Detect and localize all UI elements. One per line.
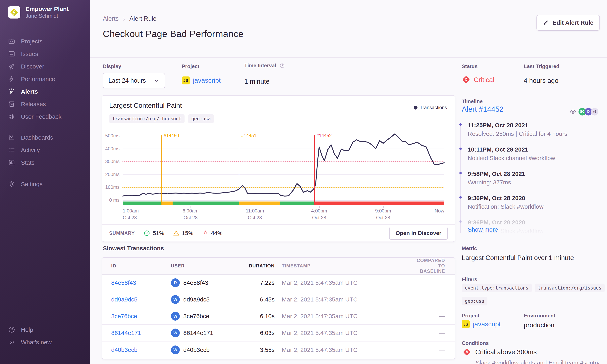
event-time: 9:36PM, Oct 28 2020 bbox=[468, 194, 601, 202]
question-circle-icon bbox=[8, 326, 15, 333]
sidebar-item[interactable]: User Feedback bbox=[0, 110, 90, 123]
incident-label[interactable]: #14451 bbox=[241, 133, 256, 138]
col-header-baseline: COMPARED TO BASELINE bbox=[416, 258, 445, 274]
project-javascript-link[interactable]: javascript bbox=[473, 320, 500, 328]
col-header-user: USER bbox=[171, 263, 243, 269]
time-interval-label-row: Time Interval bbox=[244, 63, 285, 69]
alert-14452-link[interactable]: Alert #14452 bbox=[462, 105, 504, 114]
timeline-event: 11:25PM, Oct 28 2021 Resolved: 250ms | C… bbox=[459, 121, 601, 138]
sidebar-item-label: Settings bbox=[21, 181, 42, 188]
org-switcher[interactable]: Empower Plant Jane Schmidt bbox=[8, 5, 69, 19]
timeline-bullet-icon bbox=[459, 172, 462, 174]
sidebar-item[interactable]: What's new bbox=[0, 336, 90, 349]
event-time: 9:58PM, Oct 28 2021 bbox=[468, 170, 601, 178]
incident-label[interactable]: #14452 bbox=[316, 133, 332, 138]
sidebar-item[interactable]: Issues bbox=[0, 48, 90, 60]
duration-cell: 6.10s bbox=[243, 313, 275, 320]
status-strip-segment bbox=[239, 202, 280, 205]
timeline-event: 9:36PM, Oct 28 2020 Notification: Slack … bbox=[459, 194, 601, 211]
transaction-id-link[interactable]: 86144e171 bbox=[111, 330, 171, 336]
details-sidebar: Timeline Alert #14452 SCD+3 11:25PM, Oct… bbox=[462, 95, 601, 364]
table-header-row: ID USER DURATION TIMESTAMP COMPARED TO B… bbox=[102, 258, 455, 274]
sidebar-item[interactable]: Activity bbox=[0, 144, 90, 156]
x-axis-tick: 4:00pmOct 28 bbox=[311, 208, 327, 221]
timeline-event: 10:11PM, Oct 28 2021 Notified Slack chan… bbox=[459, 145, 601, 162]
condition-actions: Slack #workflow-alerts and Email team #s… bbox=[476, 359, 600, 364]
sidebar-item[interactable]: Releases bbox=[0, 98, 90, 110]
incident-line[interactable] bbox=[314, 135, 315, 205]
incident-line[interactable] bbox=[162, 135, 162, 205]
critical-diamond-fire-icon bbox=[462, 75, 471, 84]
telescope-icon bbox=[8, 63, 15, 70]
empower-plant-logo-icon bbox=[8, 6, 20, 18]
breadcrumb-current: Alert Rule bbox=[129, 15, 156, 22]
pencil-icon bbox=[543, 20, 549, 26]
environment-value: production bbox=[524, 321, 554, 329]
transaction-id-link[interactable]: 84e58f43 bbox=[111, 279, 171, 286]
sidebar-item-label: Alerts bbox=[21, 88, 38, 95]
sidebar: Empower Plant Jane Schmidt Projects Issu… bbox=[0, 0, 90, 364]
user-avatar: W bbox=[171, 346, 180, 354]
org-user: Jane Schmidt bbox=[26, 13, 69, 19]
project-javascript-link[interactable]: javascript bbox=[193, 77, 221, 84]
open-in-discover-button[interactable]: Open in Discover bbox=[389, 227, 448, 240]
nav-footer: Help What's new bbox=[0, 323, 90, 349]
display-label: Display bbox=[103, 63, 121, 69]
sidebar-item[interactable]: Stats bbox=[0, 156, 90, 169]
event-time: 11:25PM, Oct 28 2021 bbox=[468, 121, 601, 130]
show-more-link[interactable]: Show more bbox=[468, 226, 498, 233]
transaction-id-link[interactable]: 3ce76bce bbox=[111, 313, 171, 320]
incident-line[interactable] bbox=[239, 135, 239, 205]
display-select[interactable]: Last 24 hours bbox=[103, 73, 165, 88]
question-circle-icon[interactable] bbox=[279, 63, 285, 68]
duration-cell: 3.55s bbox=[243, 347, 275, 353]
timeline-bullet-icon bbox=[459, 221, 462, 223]
timestamp-cell: Mar 2, 2021 5:47:35am UTC bbox=[275, 296, 416, 303]
table-row: 86144e171 W 86144e171 6.03s Mar 2, 2021 … bbox=[102, 325, 455, 341]
sidebar-item[interactable]: Alerts bbox=[0, 85, 90, 98]
transactions-table: ID USER DURATION TIMESTAMP COMPARED TO B… bbox=[102, 257, 455, 359]
sidebar-item[interactable]: Performance bbox=[0, 73, 90, 85]
timestamp-cell: Mar 2, 2021 5:47:35am UTC bbox=[275, 279, 416, 286]
axis-tickmark bbox=[123, 206, 123, 208]
activity-list-icon bbox=[8, 146, 15, 154]
sidebar-item[interactable]: Settings bbox=[0, 178, 90, 190]
fire-icon bbox=[202, 230, 209, 236]
axis-tickmark bbox=[319, 206, 320, 208]
metric-value: Largest Contentful Paint over 1 minute bbox=[462, 254, 574, 262]
event-description: Resolved: 250ms | Critical for 4 hours bbox=[468, 130, 601, 138]
status-label: Status bbox=[462, 63, 477, 69]
eye-icon[interactable] bbox=[569, 108, 576, 115]
status-strip-segment bbox=[280, 202, 314, 205]
baseline-cell: — bbox=[416, 296, 445, 303]
tag-pill: transaction:/org/issues bbox=[535, 284, 605, 292]
sidebar-item[interactable]: Projects bbox=[0, 35, 90, 48]
javascript-badge-icon: JS bbox=[182, 77, 190, 84]
bar-chart-icon bbox=[8, 159, 15, 166]
transaction-id-link[interactable]: d40b3ecb bbox=[111, 347, 171, 353]
sidebar-item-label: Discover bbox=[21, 63, 44, 70]
sidebar-item[interactable]: Discover bbox=[0, 60, 90, 73]
sidebar-item-label: Performance bbox=[21, 76, 55, 82]
chevron-down-icon bbox=[153, 78, 160, 84]
chart-tags: transaction:/org/checkoutgeo:usa bbox=[109, 114, 214, 123]
status-strip-segment bbox=[162, 202, 173, 205]
tag-pill: event.type:transactions bbox=[462, 284, 532, 292]
folder-code-icon bbox=[8, 38, 15, 45]
sidebar-item[interactable]: Dashboards bbox=[0, 131, 90, 144]
tag-pill: geo:usa bbox=[462, 297, 487, 305]
chevron-right-icon bbox=[121, 16, 127, 21]
conditions-label: Conditions bbox=[462, 340, 489, 346]
edit-alert-rule-button[interactable]: Edit Alert Rule bbox=[537, 15, 600, 31]
status-strip-segment bbox=[123, 202, 162, 205]
sidebar-item[interactable]: Help bbox=[0, 323, 90, 336]
user-avatar: W bbox=[171, 328, 180, 337]
incident-label[interactable]: #14450 bbox=[164, 133, 179, 138]
chart-title: Largest Contentful Paint bbox=[109, 102, 182, 109]
check-circle-icon bbox=[144, 230, 150, 236]
avatar: +3 bbox=[591, 108, 598, 116]
breadcrumb-alerts-link[interactable]: Alerts bbox=[103, 15, 119, 22]
transaction-id-link[interactable]: dd9a9dc5 bbox=[111, 296, 171, 303]
legend-transactions[interactable]: Transactions bbox=[414, 105, 447, 110]
duration-cell: 6.03s bbox=[243, 330, 275, 336]
